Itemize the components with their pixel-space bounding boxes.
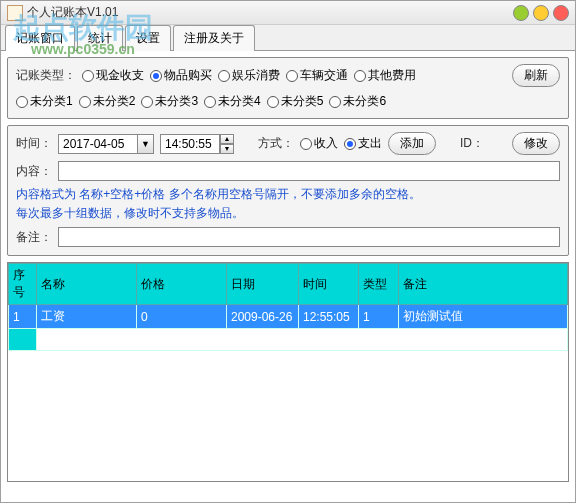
radio-vehicle[interactable]: 车辆交通 bbox=[286, 67, 348, 84]
col-name[interactable]: 名称 bbox=[37, 264, 137, 305]
radio-uncat6[interactable]: 未分类6 bbox=[329, 93, 386, 110]
remark-input[interactable] bbox=[58, 227, 560, 247]
maximize-button[interactable] bbox=[533, 5, 549, 21]
ledger-table[interactable]: 序号 名称 价格 日期 时间 类型 备注 1 工资 0 2009-06-26 1… bbox=[7, 262, 569, 482]
table-row[interactable]: 1 工资 0 2009-06-26 12:55:05 1 初始测试值 bbox=[9, 305, 568, 329]
radio-expense[interactable]: 支出 bbox=[344, 135, 382, 152]
entry-panel: 时间： 2017-04-05 ▼ 14:50:55 ▲▼ 方式： 收入 支出 添… bbox=[7, 125, 569, 256]
tab-settings[interactable]: 设置 bbox=[125, 25, 171, 51]
window-title: 个人记账本V1.01 bbox=[27, 4, 513, 21]
content-input[interactable] bbox=[58, 161, 560, 181]
tab-bar: 记账窗口 统计 设置 注册及关于 bbox=[1, 25, 575, 51]
tab-ledger[interactable]: 记账窗口 bbox=[5, 25, 75, 51]
radio-entertainment[interactable]: 娱乐消费 bbox=[218, 67, 280, 84]
title-bar: 个人记账本V1.01 bbox=[1, 1, 575, 25]
radio-uncat1[interactable]: 未分类1 bbox=[16, 93, 73, 110]
minimize-button[interactable] bbox=[513, 5, 529, 21]
type-label: 记账类型： bbox=[16, 67, 76, 84]
refresh-button[interactable]: 刷新 bbox=[512, 64, 560, 87]
time-label: 时间： bbox=[16, 135, 52, 152]
radio-uncat3[interactable]: 未分类3 bbox=[141, 93, 198, 110]
modify-button[interactable]: 修改 bbox=[512, 132, 560, 155]
col-no[interactable]: 序号 bbox=[9, 264, 37, 305]
table-row[interactable] bbox=[9, 329, 568, 351]
radio-income[interactable]: 收入 bbox=[300, 135, 338, 152]
time-spinner[interactable]: ▲▼ bbox=[220, 134, 234, 154]
radio-other[interactable]: 其他费用 bbox=[354, 67, 416, 84]
tab-register[interactable]: 注册及关于 bbox=[173, 25, 255, 51]
add-button[interactable]: 添加 bbox=[388, 132, 436, 155]
tab-stats[interactable]: 统计 bbox=[77, 25, 123, 51]
hint-line-1: 内容格式为 名称+空格+价格 多个名称用空格号隔开，不要添加多余的空格。 bbox=[16, 185, 560, 204]
chevron-down-icon[interactable]: ▼ bbox=[138, 134, 154, 154]
radio-uncat4[interactable]: 未分类4 bbox=[204, 93, 261, 110]
col-remark[interactable]: 备注 bbox=[399, 264, 568, 305]
radio-cash[interactable]: 现金收支 bbox=[82, 67, 144, 84]
table-header-row: 序号 名称 价格 日期 时间 类型 备注 bbox=[9, 264, 568, 305]
time-field[interactable]: 14:50:55 ▲▼ bbox=[160, 134, 234, 154]
content-label: 内容： bbox=[16, 163, 52, 180]
radio-uncat2[interactable]: 未分类2 bbox=[79, 93, 136, 110]
close-button[interactable] bbox=[553, 5, 569, 21]
col-date[interactable]: 日期 bbox=[227, 264, 299, 305]
col-time[interactable]: 时间 bbox=[299, 264, 359, 305]
radio-uncat5[interactable]: 未分类5 bbox=[267, 93, 324, 110]
radio-goods[interactable]: 物品购买 bbox=[150, 67, 212, 84]
hint-line-2: 每次最多十组数据，修改时不支持多物品。 bbox=[16, 204, 560, 223]
col-price[interactable]: 价格 bbox=[137, 264, 227, 305]
type-panel: 记账类型： 现金收支 物品购买 娱乐消费 车辆交通 其他费用 刷新 未分类1 未… bbox=[7, 57, 569, 119]
remark-label: 备注： bbox=[16, 229, 52, 246]
app-icon bbox=[7, 5, 23, 21]
id-label: ID： bbox=[460, 135, 484, 152]
mode-label: 方式： bbox=[258, 135, 294, 152]
date-field[interactable]: 2017-04-05 ▼ bbox=[58, 134, 154, 154]
col-type[interactable]: 类型 bbox=[359, 264, 399, 305]
